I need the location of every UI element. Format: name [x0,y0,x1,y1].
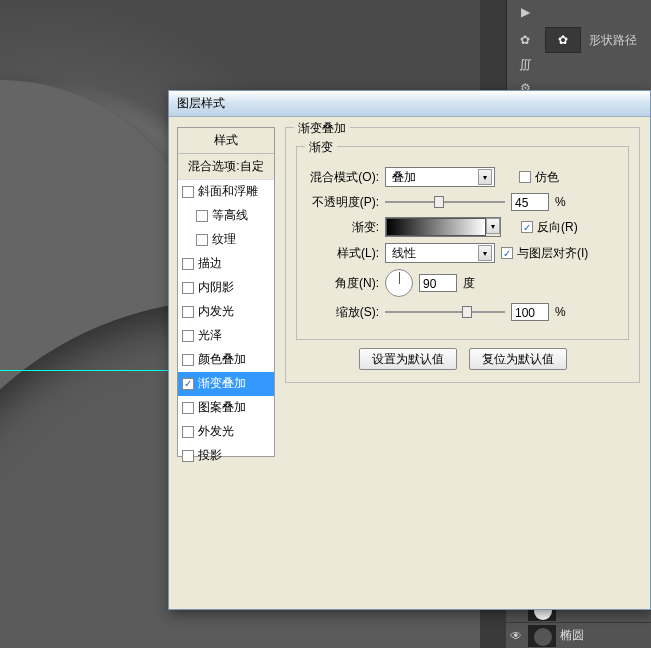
checkbox-icon[interactable] [182,258,194,270]
dialog-title: 图层样式 [177,95,225,112]
styles-header[interactable]: 样式 [178,128,274,154]
brushes-icon[interactable]: ∭ [513,52,537,76]
style-item-color_overlay[interactable]: 颜色叠加 [178,348,274,372]
group-title: 渐变 [305,139,337,156]
dither-label: 仿色 [535,169,559,186]
style-settings-area: 渐变叠加 渐变 混合模式(O): 叠加 ▾ 仿色 [285,127,640,599]
set-default-button[interactable]: 设置为默认值 [359,348,457,370]
reverse-label: 反向(R) [537,219,578,236]
style-item-inner_glow[interactable]: 内发光 [178,300,274,324]
checkbox-icon[interactable] [182,282,194,294]
percent-label: % [555,195,566,209]
checkbox-icon[interactable] [182,306,194,318]
checkbox-icon[interactable] [182,378,194,390]
angle-label: 角度(N): [307,275,379,292]
align-checkbox[interactable]: 与图层对齐(I) [501,245,588,262]
checkbox-icon[interactable] [182,402,194,414]
blend-mode-value: 叠加 [392,169,416,186]
styles-list: 样式 混合选项:自定 斜面和浮雕等高线纹理描边内阴影内发光光泽颜色叠加渐变叠加图… [177,127,275,457]
checkbox-icon [501,247,513,259]
style-item-gradient_overlay[interactable]: 渐变叠加 [178,372,274,396]
checkbox-icon[interactable] [196,210,208,222]
angle-input[interactable]: 90 [419,274,457,292]
blend-options-item[interactable]: 混合选项:自定 [178,154,274,180]
opacity-label: 不透明度(P): [307,194,379,211]
gradient-swatch[interactable] [386,218,486,236]
reset-default-button[interactable]: 复位为默认值 [469,348,567,370]
chevron-down-icon[interactable]: ▾ [486,218,500,234]
style-item-label: 颜色叠加 [198,351,246,368]
style-item-label: 内阴影 [198,279,234,296]
play-icon[interactable]: ▶ [513,0,537,24]
layer-thumb [528,625,556,647]
checkbox-icon [521,221,533,233]
dialog-titlebar[interactable]: 图层样式 [169,91,650,117]
checkbox-icon[interactable] [182,426,194,438]
style-combo[interactable]: 线性 ▾ [385,243,495,263]
scale-input[interactable]: 100 [511,303,549,321]
checkbox-icon [519,171,531,183]
reverse-checkbox[interactable]: 反向(R) [521,219,578,236]
styles-list-container: 样式 混合选项:自定 斜面和浮雕等高线纹理描边内阴影内发光光泽颜色叠加渐变叠加图… [177,127,275,599]
style-item-label: 斜面和浮雕 [198,183,258,200]
style-item-label: 等高线 [212,207,248,224]
style-item-label: 纹理 [212,231,236,248]
checkbox-icon[interactable] [182,186,194,198]
panel-title: 渐变叠加 [294,120,350,137]
blend-mode-combo[interactable]: 叠加 ▾ [385,167,495,187]
style-item-pattern_overlay[interactable]: 图案叠加 [178,396,274,420]
layer-name: 椭圆 [560,627,584,644]
chevron-down-icon: ▾ [478,169,492,185]
chevron-down-icon: ▾ [478,245,492,261]
style-item-inner_shadow[interactable]: 内阴影 [178,276,274,300]
style-item-label: 投影 [198,447,222,464]
scale-label: 缩放(S): [307,304,379,321]
style-item-label: 描边 [198,255,222,272]
style-item-label: 图案叠加 [198,399,246,416]
scale-slider[interactable] [385,304,505,320]
style-item-label: 外发光 [198,423,234,440]
degree-label: 度 [463,275,475,292]
percent-label: % [555,305,566,319]
shape-path-label: 形状路径 [589,32,637,49]
style-item-label: 渐变叠加 [198,375,246,392]
style-item-outer_glow[interactable]: 外发光 [178,420,274,444]
style-item-label: 内发光 [198,303,234,320]
opacity-slider[interactable] [385,194,505,210]
visibility-icon[interactable]: 👁 [510,629,524,643]
checkbox-icon[interactable] [182,354,194,366]
style-item-bevel[interactable]: 斜面和浮雕 [178,180,274,204]
style-value: 线性 [392,245,416,262]
opacity-input[interactable]: 45 [511,193,549,211]
angle-dial[interactable] [385,269,413,297]
style-item-stroke[interactable]: 描边 [178,252,274,276]
checkbox-icon[interactable] [182,450,194,462]
checkbox-icon[interactable] [182,330,194,342]
layer-row[interactable]: 👁 椭圆 [506,622,651,648]
gradient-label: 渐变: [307,219,379,236]
style-item-label: 光泽 [198,327,222,344]
style-item-drop_shadow[interactable]: 投影 [178,444,274,468]
flower-icon[interactable]: ✿ [513,28,537,52]
gradient-groupbox: 渐变 混合模式(O): 叠加 ▾ 仿色 [296,146,629,340]
style-item-satin[interactable]: 光泽 [178,324,274,348]
style-item-texture[interactable]: 纹理 [178,228,274,252]
shape-swatch[interactable]: ✿ [545,27,581,53]
style-label: 样式(L): [307,245,379,262]
blend-mode-label: 混合模式(O): [307,169,379,186]
align-label: 与图层对齐(I) [517,245,588,262]
dither-checkbox[interactable]: 仿色 [519,169,559,186]
checkbox-icon[interactable] [196,234,208,246]
style-item-contour[interactable]: 等高线 [178,204,274,228]
outer-groupbox: 渐变叠加 渐变 混合模式(O): 叠加 ▾ 仿色 [285,127,640,383]
layer-style-dialog: 图层样式 样式 混合选项:自定 斜面和浮雕等高线纹理描边内阴影内发光光泽颜色叠加… [168,90,651,610]
